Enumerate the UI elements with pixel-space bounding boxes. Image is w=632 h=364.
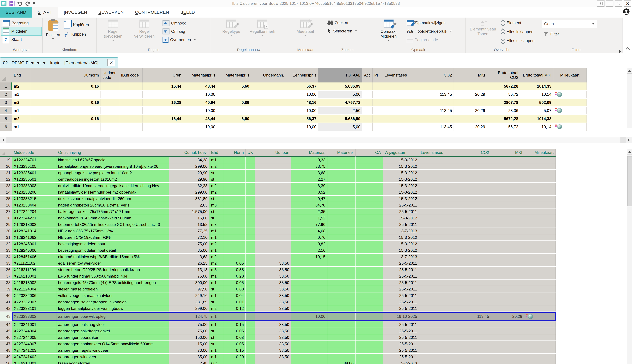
cell-co2[interactable] <box>456 322 491 328</box>
row-type-button[interactable]: Regeltype <box>221 19 242 37</box>
cell-levensfases[interactable] <box>419 196 456 202</box>
cell-cumul[interactable]: 75,00 <box>169 322 209 328</box>
cell-wijzigdatum[interactable]: 25-5-2011 <box>383 328 419 334</box>
cell-num[interactable]: 37 <box>0 273 12 279</box>
cell-mki[interactable] <box>491 266 524 273</box>
cell-mki[interactable]: 20,29 <box>454 107 487 114</box>
cell-materiaal[interactable] <box>291 299 327 305</box>
cell-co2[interactable] <box>456 266 491 273</box>
cell-co2[interactable] <box>456 341 491 347</box>
cell-milieukaart[interactable] <box>524 241 556 247</box>
cell-ehd[interactable]: m1 <box>12 90 30 98</box>
cell-middelcode[interactable]: X223233302 <box>12 312 56 321</box>
cell-wijzigdatum[interactable]: 15-3-2012 <box>383 170 419 176</box>
cell-num[interactable]: 36 <box>0 266 12 273</box>
cell-middelcode[interactable]: X227244005 <box>12 334 56 340</box>
cell-oa[interactable] <box>356 334 383 340</box>
cell-eenheidsprijs[interactable]: 56,37 <box>286 82 318 90</box>
cell-co2[interactable] <box>456 157 491 163</box>
cell-materieel[interactable] <box>327 292 356 298</box>
table-row-46[interactable]: 46X227244005aanbrengen booranker150,00st… <box>0 334 556 341</box>
cell-materieel[interactable] <box>327 176 356 182</box>
cell-num[interactable]: 34 <box>0 254 12 260</box>
cell-uurloon[interactable] <box>255 360 291 364</box>
paste-button[interactable]: Plakken <box>45 19 61 37</box>
horizontal-scrollbar[interactable] <box>0 137 632 144</box>
cell-milieukaart[interactable] <box>524 170 556 176</box>
cell-levensfases[interactable] <box>419 280 456 286</box>
cell-num[interactable]: 6 <box>0 123 12 131</box>
horizontal-scroll-thumb[interactable] <box>110 137 620 143</box>
cell-middelcode[interactable]: X223232006 <box>12 292 56 298</box>
cell-num[interactable]: 49 <box>0 354 12 360</box>
cell-middelcode[interactable]: X216211204 <box>12 266 56 273</box>
table-row-39[interactable]: 39X221224004stellen metselprofielen97,50… <box>0 286 556 292</box>
cell-middelcode[interactable]: X128213003 <box>12 222 56 228</box>
table-row-50[interactable]: 50X316213001kraan voor storten2,48uur88,… <box>0 360 556 364</box>
cell-eenheidsprijs[interactable]: 10,00 <box>286 123 318 131</box>
cell-middelcode[interactable]: X123238215 <box>12 196 56 202</box>
tab-beeld[interactable]: BEELD <box>175 7 200 18</box>
cell-num[interactable]: 50 <box>0 360 12 364</box>
cell-levensfases[interactable] <box>419 176 456 182</box>
cell-levensfases[interactable] <box>419 286 456 292</box>
cell-oa[interactable] <box>356 273 383 279</box>
cell-mki[interactable] <box>491 176 524 182</box>
cell-num[interactable]: 2 <box>0 90 12 98</box>
cell-num[interactable]: 40 <box>0 292 12 298</box>
cell-ehd[interactable]: st <box>209 170 224 176</box>
cell-uk[interactable] <box>246 234 255 240</box>
cell-uk[interactable] <box>246 215 255 221</box>
cell-middelcode[interactable]: X316213001 <box>12 360 56 364</box>
cell-middelcode[interactable]: X216213001 <box>12 273 56 279</box>
cell-uk[interactable] <box>246 189 255 195</box>
cell-num[interactable]: 47 <box>0 341 12 347</box>
cell-wijzigdatum[interactable]: 3-7-2013 <box>383 228 419 234</box>
cell-materieel[interactable] <box>327 222 356 228</box>
column-header-cumul[interactable]: Cumul. hoev. <box>169 149 209 157</box>
cell-ehd[interactable]: m2 <box>209 163 224 170</box>
cell-ehd[interactable]: m3 <box>209 266 224 273</box>
cell-middelcode[interactable]: X128451406 <box>12 254 56 260</box>
cell-middelcode[interactable]: X128241062 <box>12 234 56 240</box>
cell-middelcode[interactable]: X123235105 <box>12 163 56 170</box>
cell-uk[interactable] <box>246 360 255 364</box>
cell-norm[interactable] <box>224 215 246 221</box>
cell-uurloon[interactable]: 38,50 <box>255 341 291 347</box>
table-row-49[interactable]: 49X247241402aanbrengen windveer35,00m10,… <box>0 354 556 360</box>
cell-totaal[interactable]: 5,00 <box>318 90 362 98</box>
cell-cumul[interactable]: 29,90 <box>169 176 209 182</box>
cell-norm[interactable] <box>224 241 246 247</box>
cell-bruto_mki[interactable]: 1014,33 <box>520 115 553 122</box>
column-header-onderaann[interactable]: Onderaann. <box>251 68 286 82</box>
cell-uk[interactable] <box>246 157 255 163</box>
cell-cumul[interactable]: 1.575,00 <box>169 208 209 214</box>
popout-icon[interactable] <box>597 0 604 6</box>
cell-milieukaart[interactable] <box>524 266 556 273</box>
cell-omschrijving[interactable]: centraaldozen ingestort 1st/10m2 <box>56 176 169 182</box>
cell-oa[interactable] <box>356 228 383 234</box>
column-header-eenheidsprijs[interactable]: Eenheidsprijs <box>286 68 318 82</box>
cell-milieukaart[interactable] <box>524 280 556 286</box>
cell-mki[interactable] <box>491 273 524 279</box>
cell-co2[interactable] <box>419 115 454 122</box>
cell-materieel[interactable] <box>327 312 356 321</box>
cell-mki[interactable] <box>491 157 524 163</box>
cell-bruto_mki[interactable]: 1014,33 <box>520 82 553 90</box>
cell-co2[interactable] <box>456 360 491 364</box>
cell-wijzigdatum[interactable]: 15-3-2012 <box>383 157 419 163</box>
cell-act[interactable] <box>362 115 373 122</box>
cell-num[interactable]: 21 <box>0 170 12 176</box>
cell-materiaalprijs[interactable]: 43,44 <box>183 115 217 122</box>
cell-milieukaart[interactable] <box>524 163 556 170</box>
cell-pr[interactable] <box>373 90 383 98</box>
cell-materieel[interactable] <box>327 299 356 305</box>
cell-omschrijving[interactable]: okoumé multiplex wbp B/BB, dikte 15mm +5… <box>56 254 169 260</box>
cell-oa[interactable] <box>356 328 383 334</box>
cell-eenheidsprijs[interactable]: 48,16 <box>286 99 318 106</box>
cell-omschrijving[interactable]: NE vuren C/G 19x63mm +3% <box>56 234 169 240</box>
cell-mki[interactable] <box>491 306 524 312</box>
cell-omschrijving[interactable]: bevestigingsmiddelen hout detail <box>56 247 169 254</box>
restore-button[interactable] <box>615 0 622 6</box>
cell-oa[interactable] <box>356 292 383 298</box>
